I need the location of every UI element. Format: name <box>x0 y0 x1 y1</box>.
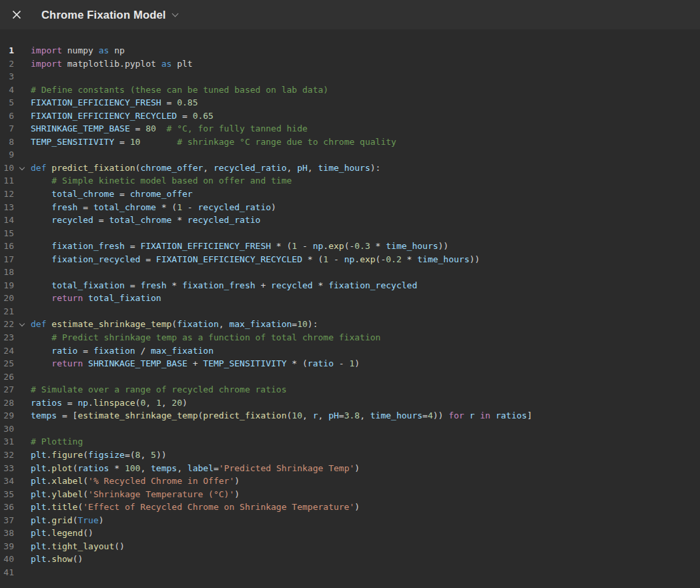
code-editor[interactable]: 1import numpy as np2import matplotlib.py… <box>0 29 700 579</box>
line-number: 36 <box>0 501 14 514</box>
code-lines: 1import numpy as np2import matplotlib.py… <box>0 44 700 579</box>
line-number: 38 <box>0 527 14 540</box>
code-line[interactable]: 18 <box>0 266 700 279</box>
code-text: plt.show() <box>31 553 83 566</box>
code-line[interactable]: 17 fixation_recycled = FIXATION_EFFICIEN… <box>0 253 700 266</box>
code-line[interactable]: 21 <box>0 305 700 318</box>
code-line[interactable]: 25 return SHRINKAGE_TEMP_BASE + TEMP_SEN… <box>0 357 700 370</box>
line-number: 24 <box>0 344 14 358</box>
line-number: 26 <box>0 370 14 384</box>
code-line[interactable]: 22def estimate_shrinkage_temp(fixation, … <box>0 318 700 331</box>
line-number: 8 <box>0 135 14 149</box>
line-number: 16 <box>0 240 14 253</box>
code-text: # Simple kinetic model based on offer an… <box>31 174 292 188</box>
code-line[interactable]: 3 <box>0 70 700 83</box>
code-line[interactable]: 36plt.title('Effect of Recycled Chrome o… <box>0 501 700 514</box>
code-line[interactable]: 5FIXATION_EFFICIENCY_FRESH = 0.85 <box>0 96 700 109</box>
code-line[interactable]: 8TEMP_SENSITIVITY = 10 # shrinkage °C ra… <box>0 135 700 149</box>
line-number: 14 <box>0 214 14 227</box>
code-line[interactable]: 15 <box>0 227 700 240</box>
code-line[interactable]: 28ratios = np.linspace(0, 1, 20) <box>0 396 700 410</box>
fold-spacer <box>14 148 31 162</box>
code-line[interactable]: 38plt.legend() <box>0 527 700 540</box>
line-number: 22 <box>0 318 14 331</box>
line-number: 35 <box>0 488 14 501</box>
fold-spacer <box>14 109 31 123</box>
fold-chevron-icon[interactable] <box>14 162 31 175</box>
code-text: recycled = total_chrome * recycled_ratio <box>31 214 260 227</box>
code-line[interactable]: 20 return total_fixation <box>0 292 700 305</box>
code-line[interactable]: 39plt.tight_layout() <box>0 540 700 553</box>
code-line[interactable]: 14 recycled = total_chrome * recycled_ra… <box>0 214 700 227</box>
fold-spacer <box>14 396 31 410</box>
line-number: 15 <box>0 227 14 240</box>
line-number: 41 <box>0 566 14 579</box>
code-line[interactable]: 6FIXATION_EFFICIENCY_RECYCLED = 0.65 <box>0 109 700 123</box>
code-line[interactable]: 27# Simulate over a range of recycled ch… <box>0 383 700 396</box>
code-line[interactable]: 11 # Simple kinetic model based on offer… <box>0 174 700 188</box>
line-number: 30 <box>0 422 14 436</box>
line-number: 10 <box>0 162 14 175</box>
fold-spacer <box>14 135 31 149</box>
code-line[interactable]: 40plt.show() <box>0 553 700 566</box>
code-line[interactable]: 9 <box>0 148 700 162</box>
line-number: 17 <box>0 253 14 266</box>
fold-chevron-icon[interactable] <box>14 318 31 331</box>
fold-spacer <box>14 279 31 292</box>
line-number: 4 <box>0 83 14 97</box>
code-line[interactable]: 31# Plotting <box>0 435 700 449</box>
line-number: 29 <box>0 409 14 422</box>
code-line[interactable]: 13 fresh = total_chrome * (1 - recycled_… <box>0 201 700 214</box>
code-line[interactable]: 12 total_chrome = chrome_offer <box>0 188 700 201</box>
line-number: 31 <box>0 435 14 449</box>
code-text: plt.plot(ratios * 100, temps, label='Pre… <box>31 462 360 475</box>
code-line[interactable]: 4# Define constants (these can be tuned … <box>0 83 700 97</box>
code-line[interactable]: 30 <box>0 422 700 436</box>
fold-spacer <box>14 253 31 266</box>
code-text: FIXATION_EFFICIENCY_FRESH = 0.85 <box>31 96 198 109</box>
code-line[interactable]: 35plt.ylabel('Shrinkage Temperature (°C)… <box>0 488 700 501</box>
fold-spacer <box>14 422 31 436</box>
fold-spacer <box>14 449 31 462</box>
fold-spacer <box>14 57 31 71</box>
code-text: # Define constants (these can be tuned b… <box>31 83 328 97</box>
line-number: 34 <box>0 475 14 488</box>
code-line[interactable]: 2import matplotlib.pyplot as plt <box>0 57 700 71</box>
fold-spacer <box>14 462 31 475</box>
line-number: 23 <box>0 331 14 344</box>
code-line[interactable]: 37plt.grid(True) <box>0 514 700 527</box>
fold-spacer <box>14 566 31 579</box>
fold-spacer <box>14 201 31 214</box>
code-line[interactable]: 41 <box>0 566 700 579</box>
fold-spacer <box>14 70 31 83</box>
code-text: plt.grid(True) <box>31 514 104 527</box>
close-button[interactable] <box>10 8 23 21</box>
code-text: def estimate_shrinkage_temp(fixation, ma… <box>31 318 318 331</box>
code-line[interactable]: 32plt.figure(figsize=(8, 5)) <box>0 449 700 462</box>
code-line[interactable]: 23 # Predict shrinkage temp as a functio… <box>0 331 700 344</box>
fold-spacer <box>14 188 31 201</box>
line-number: 37 <box>0 514 14 527</box>
code-text: total_chrome = chrome_offer <box>31 188 193 201</box>
fold-spacer <box>14 214 31 227</box>
code-line[interactable]: 19 total_fixation = fresh * fixation_fre… <box>0 279 700 292</box>
code-line[interactable]: 26 <box>0 370 700 384</box>
fold-spacer <box>14 122 31 135</box>
code-line[interactable]: 10def predict_fixation(chrome_offer, rec… <box>0 162 700 175</box>
code-line[interactable]: 16 fixation_fresh = FIXATION_EFFICIENCY_… <box>0 240 700 253</box>
fold-spacer <box>14 96 31 109</box>
code-text: fixation_fresh = FIXATION_EFFICIENCY_FRE… <box>31 240 448 253</box>
fold-spacer <box>14 514 31 527</box>
code-line[interactable]: 29temps = [estimate_shrinkage_temp(predi… <box>0 409 700 422</box>
code-line[interactable]: 33plt.plot(ratios * 100, temps, label='P… <box>0 462 700 475</box>
code-line[interactable]: 34plt.xlabel('% Recycled Chrome in Offer… <box>0 475 700 488</box>
code-text: FIXATION_EFFICIENCY_RECYCLED = 0.65 <box>31 109 214 123</box>
code-text: TEMP_SENSITIVITY = 10 # shrinkage °C ran… <box>31 135 396 149</box>
fold-spacer <box>14 501 31 514</box>
code-line[interactable]: 24 ratio = fixation / max_fixation <box>0 344 700 358</box>
code-line[interactable]: 7SHRINKAGE_TEMP_BASE = 80 # °C, for full… <box>0 122 700 135</box>
code-line[interactable]: 1import numpy as np <box>0 44 700 57</box>
fold-spacer <box>14 409 31 422</box>
code-text: plt.tight_layout() <box>31 540 125 553</box>
title-dropdown[interactable]: Chrome Fixation Model <box>41 9 178 21</box>
